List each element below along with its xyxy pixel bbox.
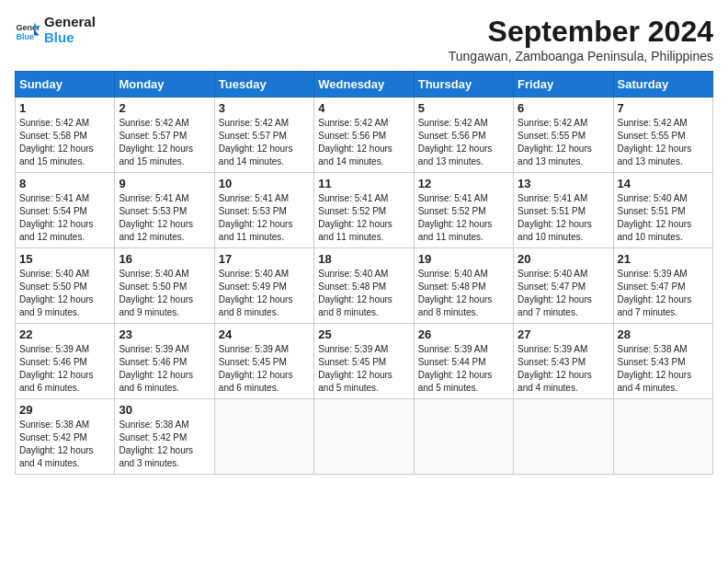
- table-row: 21Sunrise: 5:39 AMSunset: 5:47 PMDayligh…: [613, 248, 712, 324]
- table-row: 2Sunrise: 5:42 AMSunset: 5:57 PMDaylight…: [115, 98, 214, 173]
- header-tuesday: Tuesday: [214, 72, 313, 98]
- table-row: 28Sunrise: 5:38 AMSunset: 5:43 PMDayligh…: [613, 324, 712, 399]
- table-row: 15Sunrise: 5:40 AMSunset: 5:50 PMDayligh…: [16, 248, 115, 324]
- header-saturday: Saturday: [613, 72, 712, 98]
- table-row: 6Sunrise: 5:42 AMSunset: 5:55 PMDaylight…: [514, 98, 613, 173]
- table-row: 3Sunrise: 5:42 AMSunset: 5:57 PMDaylight…: [214, 98, 313, 173]
- table-row: [314, 399, 414, 475]
- week-row-3: 15Sunrise: 5:40 AMSunset: 5:50 PMDayligh…: [16, 248, 713, 324]
- table-row: [613, 399, 712, 475]
- table-row: 18Sunrise: 5:40 AMSunset: 5:48 PMDayligh…: [314, 248, 414, 324]
- week-row-2: 8Sunrise: 5:41 AMSunset: 5:54 PMDaylight…: [16, 173, 713, 248]
- logo-icon: General Blue: [15, 17, 40, 43]
- header-monday: Monday: [115, 72, 214, 98]
- svg-text:Blue: Blue: [16, 31, 34, 40]
- table-row: 9Sunrise: 5:41 AMSunset: 5:53 PMDaylight…: [115, 173, 214, 248]
- table-row: 8Sunrise: 5:41 AMSunset: 5:54 PMDaylight…: [16, 173, 115, 248]
- table-row: 29Sunrise: 5:38 AMSunset: 5:42 PMDayligh…: [16, 399, 115, 475]
- table-row: 19Sunrise: 5:40 AMSunset: 5:48 PMDayligh…: [414, 248, 513, 324]
- month-title: September 2024: [449, 15, 713, 49]
- logo-general: General: [44, 15, 96, 30]
- table-row: 20Sunrise: 5:40 AMSunset: 5:47 PMDayligh…: [514, 248, 613, 324]
- table-row: [414, 399, 513, 475]
- table-row: 10Sunrise: 5:41 AMSunset: 5:53 PMDayligh…: [214, 173, 313, 248]
- table-row: 26Sunrise: 5:39 AMSunset: 5:44 PMDayligh…: [414, 324, 513, 399]
- table-row: 30Sunrise: 5:38 AMSunset: 5:42 PMDayligh…: [115, 399, 214, 475]
- table-row: 22Sunrise: 5:39 AMSunset: 5:46 PMDayligh…: [16, 324, 115, 399]
- logo: General Blue General Blue: [15, 15, 96, 45]
- week-row-5: 29Sunrise: 5:38 AMSunset: 5:42 PMDayligh…: [16, 399, 713, 475]
- table-row: 5Sunrise: 5:42 AMSunset: 5:56 PMDaylight…: [414, 98, 513, 173]
- table-row: 23Sunrise: 5:39 AMSunset: 5:46 PMDayligh…: [115, 324, 214, 399]
- table-row: 13Sunrise: 5:41 AMSunset: 5:51 PMDayligh…: [514, 173, 613, 248]
- week-row-4: 22Sunrise: 5:39 AMSunset: 5:46 PMDayligh…: [16, 324, 713, 399]
- logo-blue: Blue: [44, 30, 96, 46]
- title-area: September 2024 Tungawan, Zamboanga Penin…: [449, 15, 713, 63]
- header-sunday: Sunday: [16, 72, 115, 98]
- header-wednesday: Wednesday: [314, 72, 414, 98]
- table-row: 24Sunrise: 5:39 AMSunset: 5:45 PMDayligh…: [214, 324, 313, 399]
- table-row: 25Sunrise: 5:39 AMSunset: 5:45 PMDayligh…: [314, 324, 414, 399]
- table-row: 1Sunrise: 5:42 AMSunset: 5:58 PMDaylight…: [16, 98, 115, 173]
- table-row: [214, 399, 313, 475]
- table-row: 4Sunrise: 5:42 AMSunset: 5:56 PMDaylight…: [314, 98, 414, 173]
- table-row: 14Sunrise: 5:40 AMSunset: 5:51 PMDayligh…: [613, 173, 712, 248]
- table-row: 27Sunrise: 5:39 AMSunset: 5:43 PMDayligh…: [514, 324, 613, 399]
- week-row-1: 1Sunrise: 5:42 AMSunset: 5:58 PMDaylight…: [16, 98, 713, 173]
- days-header-row: Sunday Monday Tuesday Wednesday Thursday…: [16, 72, 713, 98]
- table-row: 16Sunrise: 5:40 AMSunset: 5:50 PMDayligh…: [115, 248, 214, 324]
- table-row: [514, 399, 613, 475]
- calendar-table: Sunday Monday Tuesday Wednesday Thursday…: [15, 71, 713, 475]
- table-row: 11Sunrise: 5:41 AMSunset: 5:52 PMDayligh…: [314, 173, 414, 248]
- header-friday: Friday: [514, 72, 613, 98]
- location-title: Tungawan, Zamboanga Peninsula, Philippin…: [449, 49, 713, 63]
- header: General Blue General Blue September 2024…: [15, 15, 713, 63]
- header-thursday: Thursday: [414, 72, 513, 98]
- table-row: 12Sunrise: 5:41 AMSunset: 5:52 PMDayligh…: [414, 173, 513, 248]
- table-row: 7Sunrise: 5:42 AMSunset: 5:55 PMDaylight…: [613, 98, 712, 173]
- table-row: 17Sunrise: 5:40 AMSunset: 5:49 PMDayligh…: [214, 248, 313, 324]
